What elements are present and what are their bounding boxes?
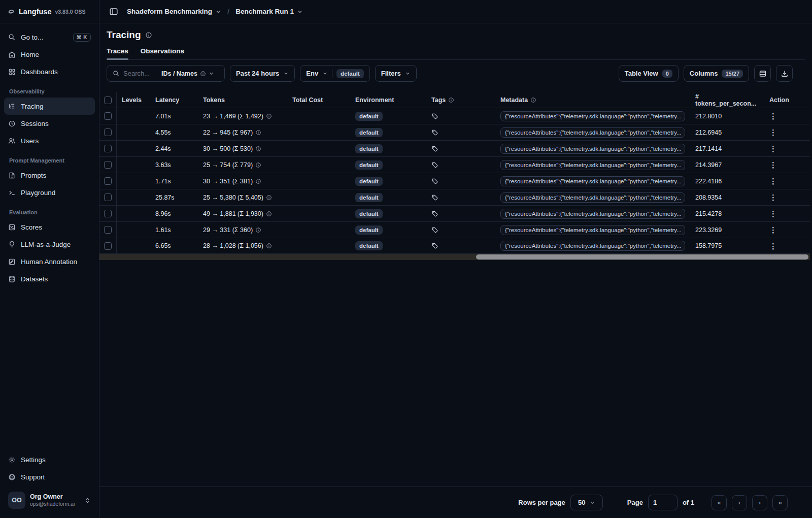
columns-button[interactable]: Columns 15/27 (684, 65, 749, 82)
sidebar-item-dashboards[interactable]: Dashboards (4, 63, 95, 80)
table-row[interactable]: 1.71s 30 → 351 (Σ 381) default {"resourc… (99, 173, 810, 189)
sidebar-item-sessions[interactable]: Sessions (4, 115, 95, 132)
metadata-preview[interactable]: {"resourceAttributes":{"telemetry.sdk.la… (500, 127, 685, 138)
metadata-preview[interactable]: {"resourceAttributes":{"telemetry.sdk.la… (500, 209, 685, 219)
add-tag-button[interactable] (431, 161, 438, 169)
sidebar-item-playground[interactable]: Playground (4, 184, 95, 201)
row-checkbox[interactable] (104, 242, 112, 250)
add-tag-button[interactable] (431, 210, 438, 217)
info-icon[interactable] (266, 211, 272, 217)
sidebar-item-prompts[interactable]: Prompts (4, 167, 95, 184)
info-icon[interactable] (255, 130, 261, 136)
row-actions-menu[interactable]: ⋮ (769, 161, 777, 169)
add-tag-button[interactable] (431, 129, 438, 136)
tab-traces[interactable]: Traces (107, 47, 128, 59)
metadata-preview[interactable]: {"resourceAttributes":{"telemetry.sdk.la… (500, 225, 685, 235)
sidebar-item-datasets[interactable]: Datasets (4, 270, 95, 287)
header-tokens-per-second[interactable]: # tokens_per_secon... (690, 93, 764, 107)
user-menu[interactable]: OO Org Owner ops@shadeform.ai (4, 489, 95, 512)
row-checkbox[interactable] (104, 128, 112, 136)
breadcrumb-org[interactable]: Shadeform Benchmarking (127, 8, 221, 15)
header-total-cost[interactable]: Total Cost (287, 96, 350, 104)
rows-per-page-select[interactable]: 50 (570, 495, 603, 510)
row-actions-menu[interactable]: ⋮ (769, 128, 777, 136)
row-checkbox[interactable] (104, 112, 112, 120)
sidebar-item-home[interactable]: Home (4, 46, 95, 63)
search-input[interactable] (123, 70, 158, 77)
add-tag-button[interactable] (431, 242, 438, 249)
row-actions-menu[interactable]: ⋮ (769, 210, 777, 217)
tab-observations[interactable]: Observations (141, 47, 184, 59)
metadata-preview[interactable]: {"resourceAttributes":{"telemetry.sdk.la… (500, 111, 685, 121)
sidebar-item-users[interactable]: Users (4, 132, 95, 149)
add-tag-button[interactable] (431, 145, 438, 152)
row-checkbox[interactable] (104, 210, 112, 217)
header-metadata[interactable]: Metadata (495, 96, 690, 104)
row-actions-menu[interactable]: ⋮ (769, 226, 777, 234)
add-tag-button[interactable] (431, 194, 438, 201)
table-row[interactable]: 6.65s 28 → 1,028 (Σ 1,056) default {"res… (99, 238, 810, 254)
sidebar-item-tracing[interactable]: Tracing (4, 98, 95, 115)
metadata-preview[interactable]: {"resourceAttributes":{"telemetry.sdk.la… (500, 241, 685, 251)
header-environment[interactable]: Environment (350, 96, 426, 104)
horizontal-scrollbar[interactable] (99, 254, 810, 260)
table-row[interactable]: 4.55s 22 → 945 (Σ 967) default {"resourc… (99, 124, 810, 140)
breadcrumb-project[interactable]: Benchmark Run 1 (235, 8, 303, 15)
last-page-button[interactable]: » (772, 495, 788, 510)
row-actions-menu[interactable]: ⋮ (769, 177, 777, 185)
first-page-button[interactable]: « (712, 495, 727, 510)
info-icon[interactable] (266, 113, 272, 119)
sidebar-item-human-annotation[interactable]: Human Annotation (4, 253, 95, 270)
info-icon[interactable] (145, 31, 152, 39)
next-page-button[interactable]: › (752, 495, 767, 510)
header-levels[interactable]: Levels (117, 96, 150, 104)
info-icon[interactable] (266, 195, 272, 201)
select-all-checkbox[interactable] (104, 96, 112, 104)
row-actions-menu[interactable]: ⋮ (769, 145, 777, 152)
row-checkbox[interactable] (104, 226, 112, 234)
metadata-preview[interactable]: {"resourceAttributes":{"telemetry.sdk.la… (500, 144, 685, 154)
row-checkbox[interactable] (104, 161, 112, 169)
sidebar-item-goto[interactable]: Go to... ⌘ K (4, 28, 95, 46)
sidebar-item-settings[interactable]: Settings (4, 451, 95, 468)
metadata-preview[interactable]: {"resourceAttributes":{"telemetry.sdk.la… (500, 176, 685, 186)
metadata-preview[interactable]: {"resourceAttributes":{"telemetry.sdk.la… (500, 160, 685, 170)
row-height-button[interactable] (754, 65, 771, 82)
info-icon[interactable] (266, 243, 272, 249)
search-mode-dropdown[interactable]: IDs / Names (161, 70, 214, 77)
scrollbar-thumb[interactable] (476, 254, 808, 260)
time-range-dropdown[interactable]: Past 24 hours (230, 65, 295, 82)
row-actions-menu[interactable]: ⋮ (769, 242, 777, 250)
row-actions-menu[interactable]: ⋮ (769, 112, 777, 120)
add-tag-button[interactable] (431, 178, 438, 185)
table-row[interactable]: 2.44s 30 → 500 (Σ 530) default {"resourc… (99, 140, 810, 156)
metadata-preview[interactable]: {"resourceAttributes":{"telemetry.sdk.la… (500, 192, 685, 203)
export-button[interactable] (776, 65, 793, 82)
table-row[interactable]: 7.01s 23 → 1,469 (Σ 1,492) default {"res… (99, 108, 810, 124)
env-filter-dropdown[interactable]: Env default (300, 65, 370, 82)
sidebar-item-llm-judge[interactable]: LLM-as-a-Judge (4, 236, 95, 253)
table-row[interactable]: 25.87s 25 → 5,380 (Σ 5,405) default {"re… (99, 189, 810, 205)
search-input-group[interactable]: IDs / Names (107, 65, 225, 82)
row-checkbox[interactable] (104, 193, 112, 201)
row-checkbox[interactable] (104, 177, 112, 185)
table-row[interactable]: 8.96s 49 → 1,881 (Σ 1,930) default {"res… (99, 205, 810, 221)
sidebar-toggle-button[interactable] (107, 5, 121, 19)
filters-dropdown[interactable]: Filters (375, 65, 417, 82)
previous-page-button[interactable]: ‹ (732, 495, 747, 510)
row-actions-menu[interactable]: ⋮ (769, 193, 777, 201)
row-checkbox[interactable] (104, 145, 112, 152)
sidebar-item-support[interactable]: Support (4, 468, 95, 485)
info-icon[interactable] (255, 227, 261, 233)
page-number-input[interactable] (648, 495, 678, 510)
sidebar-item-scores[interactable]: Scores (4, 218, 95, 236)
header-tags[interactable]: Tags (426, 96, 495, 104)
table-row[interactable]: 1.61s 29 → 331 (Σ 360) default {"resourc… (99, 221, 810, 238)
add-tag-button[interactable] (431, 113, 438, 120)
header-latency[interactable]: Latency (150, 96, 198, 104)
add-tag-button[interactable] (431, 226, 438, 234)
info-icon[interactable] (255, 178, 261, 184)
header-tokens[interactable]: Tokens (198, 96, 287, 104)
table-view-button[interactable]: Table View 0 (619, 65, 679, 82)
table-row[interactable]: 3.63s 25 → 754 (Σ 779) default {"resourc… (99, 156, 810, 173)
